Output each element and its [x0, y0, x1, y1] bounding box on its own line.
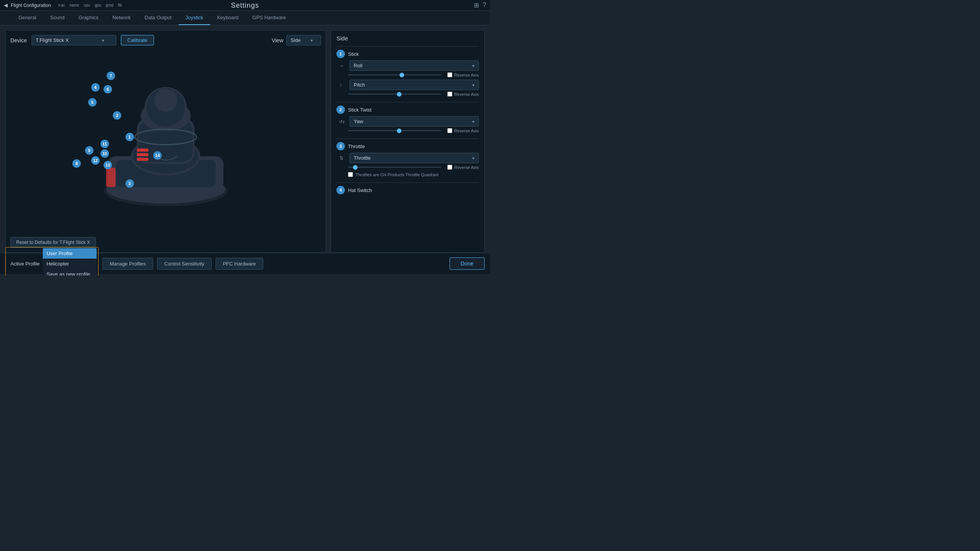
pitch-slider-thumb[interactable] [397, 92, 401, 97]
system-stats: t-ac name cpu gpu grnd flit [59, 3, 122, 7]
profile-item-helicopter[interactable]: Helicopter [43, 259, 97, 269]
tab-graphics[interactable]: Graphics [72, 11, 105, 25]
tab-network[interactable]: Network [105, 11, 138, 25]
roll-reverse-label: Reverse Axis [454, 73, 479, 77]
roll-dropdown-chevron [472, 63, 475, 68]
throttle-ch-row: Throttles are CH Products Throttle Quadr… [336, 172, 479, 177]
device-row: Device T.Flight Stick X Calibrate View S… [10, 35, 321, 45]
axis-group-throttle: 3 Throttle ⇅ Throttle Reverse Axis [336, 142, 479, 177]
yaw-slider-thumb[interactable] [397, 129, 401, 133]
svg-rect-15 [106, 168, 116, 187]
profile-item-save-new[interactable]: Save as new profile [43, 269, 97, 276]
stick-twist-header: 2 Stick Twist [336, 105, 479, 114]
manage-profiles-button[interactable]: Manage Profiles [102, 258, 153, 270]
roll-dropdown[interactable]: Roll [350, 60, 479, 71]
svg-text:⇅: ⇅ [339, 155, 343, 161]
throttle-icon: ⇅ [338, 154, 347, 163]
active-profile-section: Active Profile User Profile Helicopter S… [5, 247, 99, 276]
badge-3: 3 [336, 142, 345, 150]
marker-5[interactable]: 5 [88, 98, 97, 107]
profile-item-user[interactable]: User Profile [43, 248, 97, 259]
top-icons: ⊞ ? [474, 2, 486, 9]
tab-joystick[interactable]: Joystick [179, 11, 210, 25]
joystick-image [10, 48, 321, 214]
marker-12[interactable]: 12 [91, 156, 100, 165]
throttle-slider-row: Reverse Axis [336, 165, 479, 170]
marker-4[interactable]: 4 [91, 83, 100, 92]
yaw-slider[interactable] [348, 130, 441, 131]
pitch-dropdown-chevron [472, 82, 475, 88]
control-sensitivity-button[interactable]: Control Sensitivity [157, 258, 212, 270]
marker-14[interactable]: 14 [153, 151, 162, 160]
profile-dropdown: User Profile Helicopter Save as new prof… [43, 248, 97, 276]
done-button[interactable]: Done [450, 257, 485, 270]
view-select[interactable]: Side [286, 35, 321, 45]
tab-sound[interactable]: Sound [43, 11, 72, 25]
left-panel: Device T.Flight Stick X Calibrate View S… [5, 30, 326, 253]
yaw-dropdown[interactable]: Yaw [350, 116, 479, 127]
marker-9[interactable]: 9 [85, 146, 94, 155]
svg-text:↔: ↔ [339, 63, 344, 68]
pfc-hardware-button[interactable]: PFC Hardware [216, 258, 263, 270]
divider-2 [336, 102, 479, 102]
device-label: Device [10, 37, 27, 43]
device-select[interactable]: T.Flight Stick X [32, 35, 116, 45]
device-dropdown-chevron [102, 37, 104, 43]
marker-6[interactable]: 6 [104, 85, 112, 94]
marker-1[interactable]: 1 [125, 133, 134, 141]
yaw-dropdown-chevron [472, 119, 475, 124]
tab-keyboard[interactable]: Keyboard [210, 11, 246, 25]
nav-tabs: General Sound Graphics Network Data Outp… [0, 11, 490, 25]
divider-4 [336, 182, 479, 183]
svg-text:↺z: ↺z [339, 119, 345, 124]
badge-1: 1 [336, 50, 345, 58]
throttle-ch-label: Throttles are CH Products Throttle Quadr… [355, 172, 438, 177]
roll-slider[interactable] [348, 74, 441, 75]
roll-reverse-checkbox: Reverse Axis [447, 72, 479, 77]
throttle-reverse-checkbox: Reverse Axis [447, 165, 479, 170]
pitch-reverse-label: Reverse Axis [454, 92, 479, 97]
page-title: Settings [231, 2, 259, 10]
throttle-reverse-label: Reverse Axis [454, 165, 479, 170]
flight-config-title: Flight Configuration [11, 3, 51, 8]
pitch-dropdown[interactable]: Pitch [350, 80, 479, 90]
pitch-slider[interactable] [348, 94, 441, 95]
pitch-icon: ↕ [338, 80, 347, 90]
badge-2: 2 [336, 105, 345, 114]
throttle-slider-thumb[interactable] [353, 165, 358, 170]
yaw-reverse-checkbox: Reverse Axis [447, 128, 479, 133]
view-label: View [272, 37, 283, 43]
svg-rect-14 [137, 158, 149, 161]
main-content: Device T.Flight Stick X Calibrate View S… [0, 25, 490, 253]
roll-slider-thumb[interactable] [400, 73, 404, 77]
yaw-reverse-input[interactable] [447, 128, 452, 133]
bottom-bar: Active Profile User Profile Helicopter S… [0, 253, 490, 274]
divider-top [336, 46, 479, 47]
roll-reverse-input[interactable] [447, 72, 452, 77]
marker-11[interactable]: 11 [100, 140, 109, 148]
view-row: View Side [272, 35, 321, 45]
tab-gps-hardware[interactable]: GPS Hardware [246, 11, 293, 25]
stick-twist-title: Stick Twist [348, 107, 371, 113]
marker-3[interactable]: 3 [125, 179, 134, 188]
throttle-dropdown[interactable]: Throttle [350, 153, 479, 163]
throttle-slider[interactable] [348, 167, 441, 168]
pitch-axis-row: ↕ Pitch [336, 80, 479, 90]
hat-title: Hat Switch [348, 187, 372, 193]
back-button[interactable]: ◀ [4, 2, 8, 8]
yaw-slider-row: Reverse Axis [336, 128, 479, 133]
tab-general[interactable]: General [12, 11, 43, 25]
calibrate-button[interactable]: Calibrate [121, 35, 154, 45]
tab-data-output[interactable]: Data Output [138, 11, 179, 25]
settings-icon[interactable]: ⊞ [474, 2, 479, 9]
roll-icon: ↔ [338, 61, 347, 70]
axis-group-stick: 1 Stick ↔ Roll Reverse Axis [336, 50, 479, 97]
throttle-ch-input[interactable] [348, 172, 353, 177]
pitch-reverse-input[interactable] [447, 92, 452, 97]
help-icon[interactable]: ? [483, 2, 486, 9]
reset-defaults-button[interactable]: Reset to Defaults for T.Flight Stick X [10, 237, 96, 248]
svg-text:↕: ↕ [339, 82, 342, 88]
svg-rect-13 [137, 153, 149, 156]
throttle-reverse-input[interactable] [447, 165, 452, 170]
side-panel-title: Side [336, 35, 479, 42]
